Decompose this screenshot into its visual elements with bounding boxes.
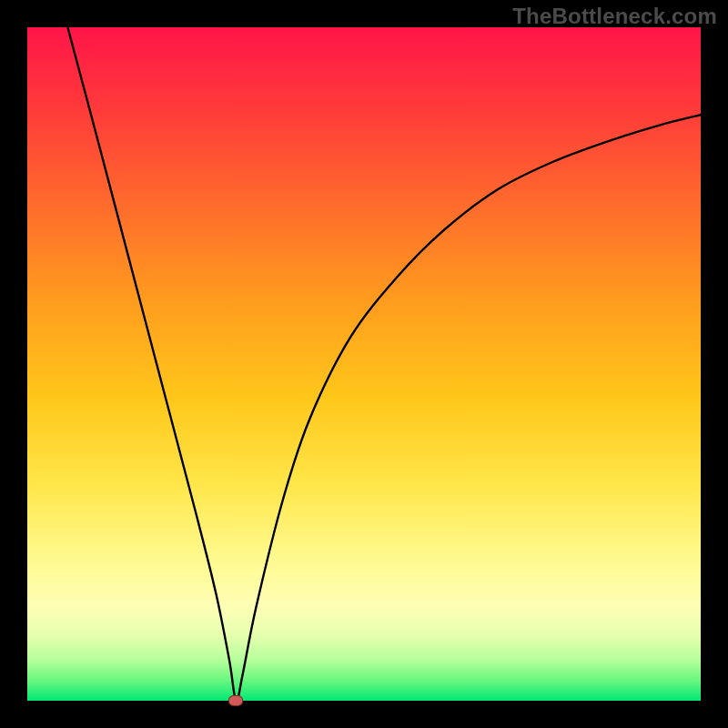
curve-svg <box>27 27 701 701</box>
bottleneck-curve <box>67 27 701 701</box>
optimal-marker <box>228 695 243 706</box>
chart-frame: TheBottleneck.com <box>0 0 728 728</box>
watermark-text: TheBottleneck.com <box>512 4 717 29</box>
plot-area <box>27 27 701 701</box>
